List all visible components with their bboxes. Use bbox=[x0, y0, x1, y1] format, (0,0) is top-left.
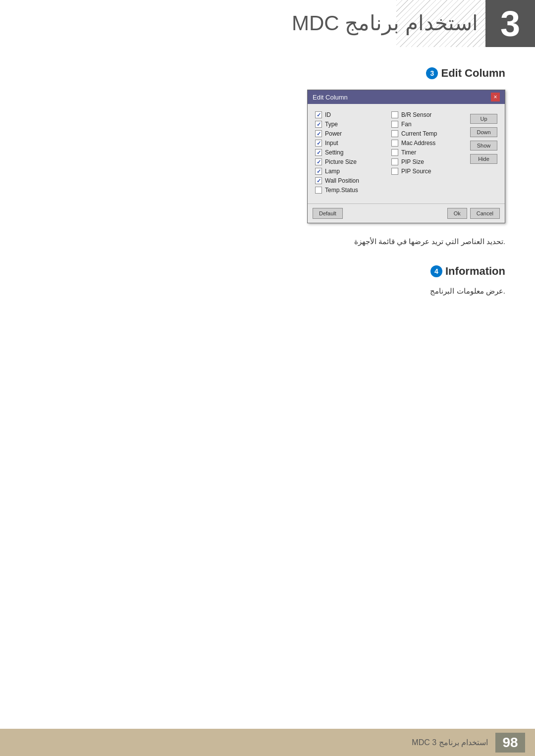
information-badge: 4 bbox=[430, 265, 442, 277]
footer-text: استخدام برنامج MDC 3 bbox=[412, 738, 488, 747]
edit-column-dialog: Edit Column × ✓ ID ✓ Type bbox=[307, 90, 505, 223]
checkbox-pip-size-box[interactable] bbox=[391, 158, 398, 165]
dialog-side-buttons: Up Down Show Hide bbox=[468, 111, 497, 194]
header-title: استخدام برنامج MDC bbox=[292, 11, 478, 35]
checkbox-picture-size[interactable]: ✓ Picture Size bbox=[315, 158, 386, 165]
checkbox-timer[interactable]: Timer bbox=[391, 149, 463, 156]
checkbox-fan-label: Fan bbox=[401, 121, 412, 128]
footer-page-number: 98 bbox=[495, 733, 525, 753]
checkbox-pip-size[interactable]: PIP Size bbox=[391, 158, 463, 165]
checkbox-type-label: Type bbox=[325, 121, 338, 128]
checkbox-fan[interactable]: Fan bbox=[391, 121, 463, 128]
checkbox-wall-position-label: Wall Position bbox=[325, 177, 359, 184]
checkbox-input-label: Input bbox=[325, 140, 338, 147]
checkbox-pip-source-label: PIP Source bbox=[401, 168, 431, 175]
checkbox-wall-position[interactable]: ✓ Wall Position bbox=[315, 177, 386, 184]
checkbox-picture-size-box[interactable]: ✓ bbox=[315, 158, 322, 165]
checkbox-lamp-box[interactable]: ✓ bbox=[315, 168, 322, 175]
show-button[interactable]: Show bbox=[470, 141, 497, 151]
edit-column-label: Edit Column bbox=[441, 67, 505, 80]
footer-ok-cancel: Ok Cancel bbox=[447, 208, 500, 219]
checkbox-temp-status-label: Temp.Status bbox=[325, 187, 358, 194]
default-button[interactable]: Default bbox=[313, 208, 343, 219]
dialog-checkboxes-col2: B/R Sensor Fan Current Temp Mac Add bbox=[391, 111, 463, 194]
information-section-heading: 4 Information bbox=[30, 265, 505, 278]
checkbox-input[interactable]: ✓ Input bbox=[315, 140, 386, 147]
checkbox-id-label: ID bbox=[325, 111, 331, 118]
edit-column-badge: 3 bbox=[426, 67, 438, 79]
checkbox-current-temp[interactable]: Current Temp bbox=[391, 130, 463, 137]
dialog-title: Edit Column bbox=[313, 94, 348, 101]
hide-button[interactable]: Hide bbox=[470, 154, 497, 164]
edit-column-heading: 3 Edit Column bbox=[30, 67, 505, 80]
checkbox-temp-status[interactable]: Temp.Status bbox=[315, 187, 386, 194]
dialog-body: ✓ ID ✓ Type ✓ Power ✓ In bbox=[308, 104, 505, 203]
checkbox-mac-address-label: Mac Address bbox=[401, 140, 435, 147]
checkbox-lamp[interactable]: ✓ Lamp bbox=[315, 168, 386, 175]
edit-column-title: 3 Edit Column bbox=[426, 67, 505, 80]
main-content: 3 Edit Column Edit Column × ✓ ID bbox=[0, 47, 535, 729]
checkbox-timer-label: Timer bbox=[401, 149, 416, 156]
dialog-close-button[interactable]: × bbox=[491, 93, 500, 101]
checkbox-setting-box[interactable]: ✓ bbox=[315, 149, 322, 156]
checkbox-timer-box[interactable] bbox=[391, 149, 398, 156]
checkbox-setting-label: Setting bbox=[325, 149, 343, 156]
checkbox-br-sensor-box[interactable] bbox=[391, 111, 398, 118]
footer-content: استخدام برنامج MDC 3 98 bbox=[412, 733, 525, 753]
information-title: 4 Information bbox=[430, 265, 505, 278]
checkbox-type-box[interactable]: ✓ bbox=[315, 121, 322, 128]
checkbox-picture-size-label: Picture Size bbox=[325, 158, 357, 165]
checkbox-id-box[interactable]: ✓ bbox=[315, 111, 322, 118]
checkbox-power-box[interactable]: ✓ bbox=[315, 130, 322, 137]
down-button[interactable]: Down bbox=[470, 127, 497, 137]
checkbox-temp-status-box[interactable] bbox=[315, 187, 322, 194]
information-label: Information bbox=[445, 265, 505, 278]
checkbox-wall-position-box[interactable]: ✓ bbox=[315, 177, 322, 184]
checkbox-pip-size-label: PIP Size bbox=[401, 158, 424, 165]
checkbox-input-box[interactable]: ✓ bbox=[315, 140, 322, 147]
checkbox-power-label: Power bbox=[325, 130, 342, 137]
dialog-footer: Default Ok Cancel bbox=[308, 203, 505, 223]
dialog-checkboxes-col1: ✓ ID ✓ Type ✓ Power ✓ In bbox=[315, 111, 386, 194]
dialog-titlebar: Edit Column × bbox=[308, 90, 505, 104]
dialog-columns: ✓ ID ✓ Type ✓ Power ✓ In bbox=[315, 111, 497, 194]
ok-button[interactable]: Ok bbox=[447, 208, 467, 219]
checkbox-pip-source-box[interactable] bbox=[391, 168, 398, 175]
checkbox-current-temp-label: Current Temp bbox=[401, 130, 437, 137]
up-button[interactable]: Up bbox=[470, 114, 497, 124]
checkbox-type[interactable]: ✓ Type bbox=[315, 121, 386, 128]
checkbox-setting[interactable]: ✓ Setting bbox=[315, 149, 386, 156]
checkbox-pip-source[interactable]: PIP Source bbox=[391, 168, 463, 175]
checkbox-br-sensor[interactable]: B/R Sensor bbox=[391, 111, 463, 118]
page-header: 3 استخدام برنامج MDC bbox=[0, 0, 535, 47]
cancel-button[interactable]: Cancel bbox=[470, 208, 500, 219]
dialog-container: Edit Column × ✓ ID ✓ Type bbox=[30, 90, 505, 223]
checkbox-br-sensor-label: B/R Sensor bbox=[401, 111, 431, 118]
checkbox-power[interactable]: ✓ Power bbox=[315, 130, 386, 137]
page-footer: استخدام برنامج MDC 3 98 bbox=[0, 729, 535, 756]
checkbox-fan-box[interactable] bbox=[391, 121, 398, 128]
chapter-number-box: 3 bbox=[485, 0, 535, 47]
checkbox-mac-address-box[interactable] bbox=[391, 140, 398, 147]
checkbox-mac-address[interactable]: Mac Address bbox=[391, 140, 463, 147]
checkbox-lamp-label: Lamp bbox=[325, 168, 340, 175]
checkbox-current-temp-box[interactable] bbox=[391, 130, 398, 137]
edit-column-description: .تحديد العناصر التي تريد عرضها في قائمة … bbox=[30, 236, 505, 248]
information-description: .عرض معلومات البرنامج bbox=[30, 285, 505, 297]
checkbox-id[interactable]: ✓ ID bbox=[315, 111, 386, 118]
chapter-number: 3 bbox=[500, 6, 520, 42]
